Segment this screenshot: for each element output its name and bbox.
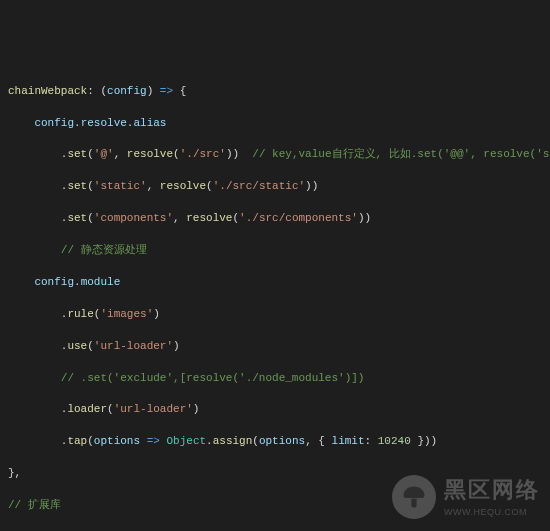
- code-line: // .set('exclude',[resolve('./node_modul…: [8, 371, 550, 387]
- code-line: config.module: [8, 275, 550, 291]
- code-line: .set('@', resolve('./src')) // key,value…: [8, 147, 550, 163]
- code-line: .tap(options => Object.assign(options, {…: [8, 434, 550, 450]
- code-line: .loader('url-loader'): [8, 402, 550, 418]
- code-line: },: [8, 466, 550, 482]
- code-line: config.resolve.alias: [8, 116, 550, 132]
- code-line: .set('components', resolve('./src/compon…: [8, 211, 550, 227]
- code-line: .use('url-loader'): [8, 339, 550, 355]
- code-line: .set('static', resolve('./src/static')): [8, 179, 550, 195]
- code-editor[interactable]: chainWebpack: (config) => { config.resol…: [8, 68, 550, 531]
- code-line: chainWebpack: (config) => {: [8, 84, 550, 100]
- code-line: // 扩展库: [8, 498, 550, 514]
- code-line: // 静态资源处理: [8, 243, 550, 259]
- code-line: .rule('images'): [8, 307, 550, 323]
